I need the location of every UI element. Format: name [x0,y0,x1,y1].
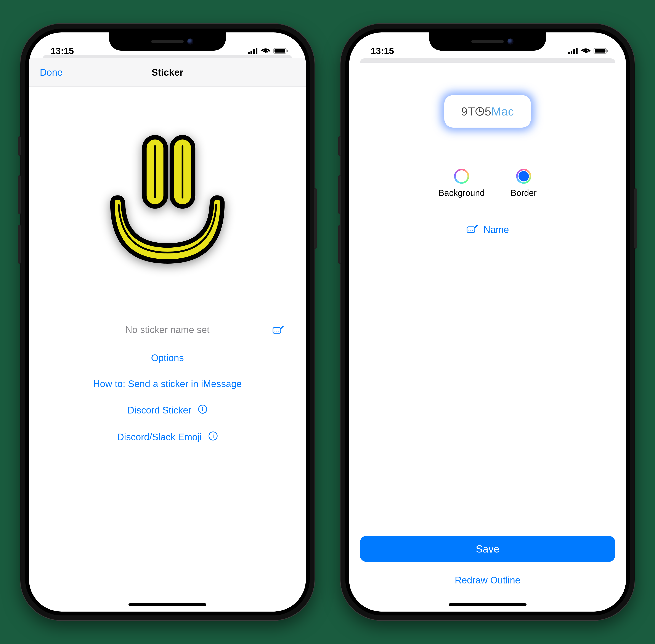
svg-rect-5 [274,49,285,52]
logo-sticker-preview[interactable]: 9T 5Mac [444,95,531,128]
border-label: Border [511,188,537,198]
redraw-outline-link[interactable]: Redraw Outline [455,575,520,585]
svg-rect-3 [256,48,257,54]
svg-rect-27 [607,50,608,52]
svg-point-13 [276,331,277,331]
smiley-sticker-icon [79,112,256,290]
wifi-icon [261,46,270,56]
svg-rect-1 [250,51,252,54]
battery-icon [593,46,609,56]
selected-color-fill [519,171,529,181]
sheet-grabber-background [360,59,615,63]
svg-point-16 [202,407,203,408]
info-icon[interactable] [198,405,207,416]
edit-name-button[interactable] [272,325,284,335]
svg-rect-11 [273,328,281,333]
howto-link[interactable]: How to: Send a sticker in iMessage [93,378,242,389]
done-button[interactable]: Done [40,67,63,78]
background-label: Background [438,188,484,198]
svg-rect-23 [573,49,575,54]
battery-icon [273,46,289,56]
wifi-icon [581,46,590,56]
status-time: 13:15 [51,46,74,56]
notch [429,32,546,51]
svg-point-14 [278,331,279,331]
discord-sticker-link[interactable]: Discord Sticker [128,405,191,416]
svg-rect-22 [571,51,572,54]
home-indicator[interactable] [449,603,526,606]
cellular-icon [248,46,258,56]
logo-text-9t: 9T [461,105,475,118]
info-icon[interactable] [208,431,218,443]
edit-icon [466,224,478,235]
sticker-preview [29,87,306,316]
nav-title: Sticker [152,67,183,78]
svg-rect-31 [467,227,475,232]
save-button[interactable]: Save [360,536,615,562]
color-ring-icon [454,169,469,184]
name-button[interactable]: Name [466,224,509,235]
sticker-name-placeholder: No sticker name set [126,324,210,335]
clock-icon [475,107,484,116]
options-link[interactable]: Options [151,352,184,363]
border-option[interactable]: Border [511,169,537,198]
logo-text-5: 5 [484,105,491,118]
svg-rect-26 [595,49,606,52]
svg-point-34 [472,230,473,231]
svg-rect-0 [248,52,250,54]
nav-bar: Done Sticker [29,59,306,87]
home-indicator[interactable] [129,603,206,606]
svg-rect-2 [253,49,255,54]
notch [109,32,226,51]
background-option[interactable]: Background [438,169,484,198]
svg-point-19 [212,434,213,435]
svg-point-33 [471,230,471,231]
status-time: 13:15 [371,46,394,56]
cellular-icon [568,46,578,56]
logo-text-mac: Mac [492,105,514,118]
name-label: Name [483,224,509,235]
svg-rect-21 [568,52,570,54]
svg-rect-24 [576,48,578,54]
svg-rect-17 [202,408,203,411]
phone-left: 13:15 Done Sticker [20,24,315,620]
svg-rect-6 [287,50,288,52]
edit-icon [272,325,284,334]
svg-point-32 [469,230,469,231]
svg-point-12 [274,331,275,331]
discord-emoji-link[interactable]: Discord/Slack Emoji [117,432,202,442]
phone-right: 13:15 9T 5Ma [340,24,635,620]
svg-rect-20 [212,435,213,438]
